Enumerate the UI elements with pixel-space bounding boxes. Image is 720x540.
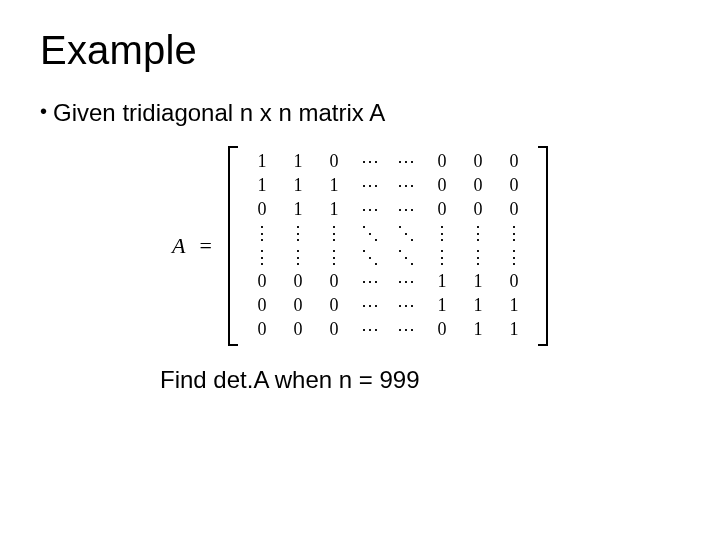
matrix-cell: 0	[496, 270, 532, 294]
matrix-row: 111⋯⋯000	[244, 174, 532, 198]
matrix-cell: 0	[424, 318, 460, 342]
matrix-cell: ⋮	[424, 246, 460, 270]
bullet-dot: •	[40, 97, 47, 125]
matrix-cell: 0	[244, 270, 280, 294]
matrix-cell: ⋯	[388, 150, 424, 174]
bullet-text: Given tridiagonal n x n matrix A	[53, 97, 385, 128]
matrix-cell: 1	[280, 174, 316, 198]
slide: Example • Given tridiagonal n x n matrix…	[0, 0, 720, 540]
matrix-cell: 1	[280, 198, 316, 222]
matrix-cell: ⋮	[460, 246, 496, 270]
matrix-cell: 0	[496, 198, 532, 222]
matrix-cell: 0	[280, 294, 316, 318]
matrix-cell: 0	[280, 318, 316, 342]
left-bracket	[228, 146, 238, 346]
matrix-cell: 1	[244, 150, 280, 174]
matrix-cell: 0	[424, 198, 460, 222]
matrix-cell: 0	[460, 150, 496, 174]
matrix-cell: 0	[496, 150, 532, 174]
matrix-row: 011⋯⋯000	[244, 198, 532, 222]
slide-body: • Given tridiagonal n x n matrix A A = 1…	[40, 97, 680, 395]
matrix-cell: ⋯	[388, 174, 424, 198]
matrix-cell: 1	[424, 294, 460, 318]
matrix-cell: 0	[496, 174, 532, 198]
matrix-cell: 0	[244, 198, 280, 222]
matrix-cell: ⋮	[496, 222, 532, 246]
matrix-cell: 1	[244, 174, 280, 198]
matrix-cell: 0	[316, 150, 352, 174]
matrix-cell: 0	[244, 318, 280, 342]
bullet-line: • Given tridiagonal n x n matrix A	[40, 97, 680, 128]
matrix-cell: 0	[316, 294, 352, 318]
matrix-cell: 0	[280, 270, 316, 294]
matrix-cell: 0	[316, 318, 352, 342]
matrix-cell: 1	[424, 270, 460, 294]
equals-sign: =	[200, 232, 212, 261]
matrix-cell: ⋮	[316, 222, 352, 246]
matrix-cell: 1	[496, 294, 532, 318]
matrix-cell: 0	[244, 294, 280, 318]
matrix-cell: ⋯	[352, 198, 388, 222]
matrix-equation: A = 110⋯⋯000111⋯⋯000011⋯⋯000⋮⋮⋮⋱⋱⋮⋮⋮⋮⋮⋮⋱…	[172, 146, 548, 346]
matrix-cell: 1	[460, 294, 496, 318]
matrix-cell: 1	[280, 150, 316, 174]
matrix-cell: ⋯	[352, 174, 388, 198]
matrix-cell: ⋮	[460, 222, 496, 246]
matrix-cell: ⋯	[352, 270, 388, 294]
matrix-cell: 0	[424, 174, 460, 198]
matrix-cell: ⋯	[388, 270, 424, 294]
matrix-cell: ⋯	[352, 318, 388, 342]
matrix-cell: ⋱	[352, 222, 388, 246]
matrix-cell: 0	[460, 174, 496, 198]
matrix-row: 000⋯⋯111	[244, 294, 532, 318]
matrix-row: ⋮⋮⋮⋱⋱⋮⋮⋮	[244, 222, 532, 246]
matrix-cell: ⋯	[352, 150, 388, 174]
matrix: 110⋯⋯000111⋯⋯000011⋯⋯000⋮⋮⋮⋱⋱⋮⋮⋮⋮⋮⋮⋱⋱⋮⋮⋮…	[228, 146, 548, 346]
matrix-grid: 110⋯⋯000111⋯⋯000011⋯⋯000⋮⋮⋮⋱⋱⋮⋮⋮⋮⋮⋮⋱⋱⋮⋮⋮…	[244, 150, 532, 342]
matrix-cell: 0	[316, 270, 352, 294]
matrix-cell: ⋮	[424, 222, 460, 246]
matrix-cell: 1	[496, 318, 532, 342]
matrix-cell: ⋯	[388, 198, 424, 222]
matrix-cell: ⋮	[244, 246, 280, 270]
matrix-row: 110⋯⋯000	[244, 150, 532, 174]
slide-title: Example	[40, 28, 680, 73]
matrix-cell: ⋱	[388, 246, 424, 270]
matrix-cell: ⋯	[388, 318, 424, 342]
matrix-cell: 1	[460, 318, 496, 342]
matrix-cell: 1	[316, 198, 352, 222]
matrix-cell: ⋮	[244, 222, 280, 246]
right-bracket	[538, 146, 548, 346]
matrix-cell: ⋮	[496, 246, 532, 270]
matrix-cell: 1	[316, 174, 352, 198]
matrix-cell: ⋮	[280, 222, 316, 246]
matrix-cell: 0	[460, 198, 496, 222]
matrix-cell: ⋯	[352, 294, 388, 318]
matrix-lhs: A	[172, 232, 185, 261]
matrix-cell: 1	[460, 270, 496, 294]
matrix-cell: 0	[424, 150, 460, 174]
matrix-cell: ⋮	[280, 246, 316, 270]
matrix-row: 000⋯⋯011	[244, 318, 532, 342]
matrix-row: ⋮⋮⋮⋱⋱⋮⋮⋮	[244, 246, 532, 270]
matrix-cell: ⋮	[316, 246, 352, 270]
matrix-cell: ⋱	[388, 222, 424, 246]
question-text: Find det.A when n = 999	[160, 364, 420, 395]
matrix-cell: ⋯	[388, 294, 424, 318]
matrix-row: 000⋯⋯110	[244, 270, 532, 294]
matrix-cell: ⋱	[352, 246, 388, 270]
